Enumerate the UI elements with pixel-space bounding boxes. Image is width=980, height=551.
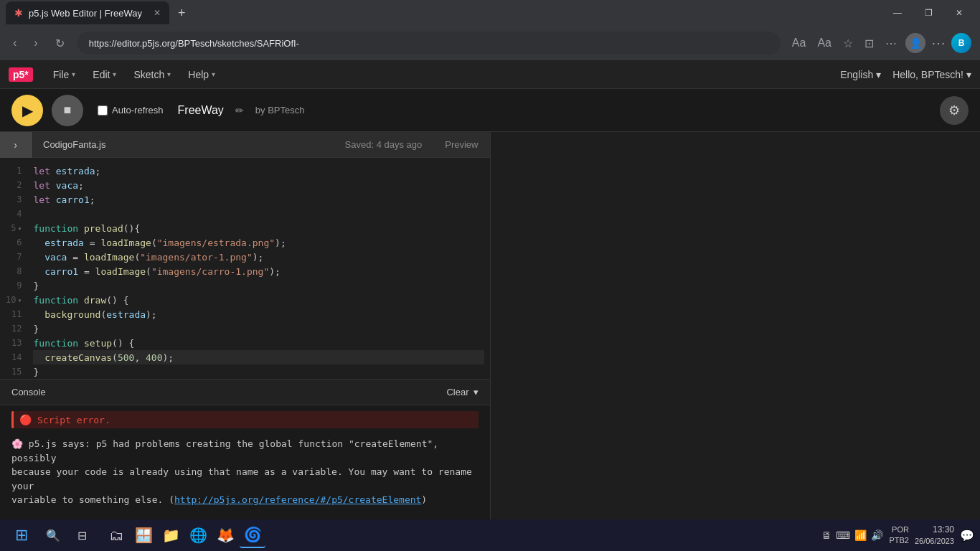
console-title: Console xyxy=(11,387,46,397)
close-button[interactable]: ✕ xyxy=(944,1,974,24)
taskbar-apps: 🗂 🪟 📁 🌐 🦊 🌀 xyxy=(103,522,265,548)
code-line-1: let estrada; xyxy=(33,164,484,178)
bing-icon[interactable]: B xyxy=(951,33,971,53)
edge1-icon: 🦊 xyxy=(217,527,235,544)
sketch-menu[interactable]: Sketch ▾ xyxy=(125,65,179,85)
language-label: English xyxy=(840,69,873,80)
file-menu[interactable]: File ▾ xyxy=(44,65,85,85)
line-num-5: 5 ▾ xyxy=(6,221,22,235)
url-box[interactable]: https://editor.p5js.org/BPTesch/sketches… xyxy=(77,32,781,55)
clear-label: Clear xyxy=(446,387,468,397)
sketch-name: FreeWay xyxy=(178,104,224,117)
taskbar-app-chrome[interactable]: 🌐 xyxy=(185,522,211,548)
minimize-button[interactable]: — xyxy=(882,1,913,24)
profile-icon[interactable]: 👤 xyxy=(905,33,925,53)
edit-menu[interactable]: Edit ▾ xyxy=(84,65,125,85)
code-line-5: function preload(){ xyxy=(33,221,484,235)
taskbar-volume-icon[interactable]: 🔊 xyxy=(871,529,883,541)
editor-app: p5* File ▾ Edit ▾ Sketch ▾ Help ▾ Englis… xyxy=(0,60,980,551)
tab-favicon: ✱ xyxy=(14,7,23,19)
clock-date: 26/06/2023 xyxy=(915,536,954,547)
windows-icon: 🪟 xyxy=(135,527,153,544)
saved-status: Saved: 4 days ago xyxy=(334,139,434,150)
line-num-8: 8 xyxy=(6,264,22,278)
auto-refresh-checkbox[interactable] xyxy=(98,105,108,116)
code-line-14: createCanvas(500, 400); xyxy=(33,350,484,364)
language-arrow: ▾ xyxy=(876,69,881,80)
browser-chrome: ✱ p5.js Web Editor | FreeWay ✕ + — ❐ ✕ ‹… xyxy=(0,0,980,60)
back-button[interactable]: ‹ xyxy=(9,34,21,52)
code-line-9: } xyxy=(33,278,484,293)
taskbar-app-explorer[interactable]: 📁 xyxy=(158,522,184,548)
error-icon: 🔴 xyxy=(19,414,32,425)
code-editor[interactable]: 1 2 3 4 5 ▾ 6 7 8 9 10 ▾ 11 12 13 14 15 xyxy=(0,158,490,379)
collections-icon[interactable]: ⊡ xyxy=(862,34,877,53)
taskbar-app-windows[interactable]: 🪟 xyxy=(131,522,156,548)
tab-title: p5.js Web Editor | FreeWay xyxy=(29,8,142,19)
greeting-arrow: ▾ xyxy=(966,69,971,80)
active-tab[interactable]: ✱ p5.js Web Editor | FreeWay ✕ xyxy=(6,1,169,24)
code-content[interactable]: let estrada; let vaca; let carro1; funct… xyxy=(27,158,489,379)
reload-button[interactable]: ↻ xyxy=(51,34,69,53)
reader-icon[interactable]: Aa xyxy=(789,34,809,52)
tab-close-button[interactable]: ✕ xyxy=(154,8,161,18)
line-num-4: 4 xyxy=(6,207,22,221)
search-icon: 🔍 xyxy=(46,529,60,542)
code-line-13: function setup() { xyxy=(33,336,484,350)
line-num-2: 2 xyxy=(6,178,22,192)
taskbar-app-files[interactable]: 🗂 xyxy=(103,522,129,548)
start-button[interactable]: ⊞ xyxy=(6,519,37,551)
taskbar-right: 🖥 ⌨ 📶 🔊 PORPTB2 13:30 26/06/2023 💬 xyxy=(821,524,974,547)
taskbar-keyboard-icon[interactable]: ⌨ xyxy=(836,529,850,541)
p5-flower-icon: 🌸 xyxy=(11,438,23,449)
taskbar-monitor-icon[interactable]: 🖥 xyxy=(821,529,831,541)
line-num-6: 6 xyxy=(6,235,22,250)
star-icon[interactable]: ☆ xyxy=(840,34,856,53)
code-line-6: estrada = loadImage("imagens/estrada.png… xyxy=(33,235,484,250)
edit-sketch-name-icon[interactable]: ✏ xyxy=(235,105,244,116)
taskbar-app-edge1[interactable]: 🦊 xyxy=(212,522,238,548)
address-icons: Aa Aa ☆ ⊡ ⋯ 👤 ⋯ B xyxy=(789,33,971,53)
settings-icon: ⚙ xyxy=(948,103,960,118)
line-numbers: 1 2 3 4 5 ▾ 6 7 8 9 10 ▾ 11 12 13 14 15 xyxy=(0,158,27,379)
stop-button[interactable]: ■ xyxy=(52,95,83,126)
notification-icon[interactable]: 💬 xyxy=(960,529,974,542)
taskbar-app-edge[interactable]: 🌀 xyxy=(240,522,265,548)
greeting-text: Hello, BPTesch! xyxy=(892,69,963,80)
task-view-button[interactable]: ⊟ xyxy=(69,522,95,548)
taskbar-network-icon[interactable]: 📶 xyxy=(854,529,867,541)
help-menu[interactable]: Help ▾ xyxy=(179,65,224,85)
user-greeting[interactable]: Hello, BPTesch! ▾ xyxy=(892,69,971,80)
time-block[interactable]: PORPTB2 xyxy=(889,524,909,547)
line-num-13: 13 xyxy=(6,336,22,350)
line-num-9: 9 xyxy=(6,278,22,293)
forward-button[interactable]: › xyxy=(29,34,42,52)
code-header: › CodigoFanta.js Saved: 4 days ago Previ… xyxy=(0,132,490,158)
line-num-10: 10 ▾ xyxy=(6,293,22,307)
preview-label: Preview xyxy=(433,139,489,150)
settings-button[interactable]: ⚙ xyxy=(940,96,969,125)
code-line-10: function draw() { xyxy=(33,293,484,307)
more-options-button[interactable]: ⋯ xyxy=(931,34,946,52)
restore-button[interactable]: ❐ xyxy=(913,1,944,24)
url-text: https://editor.p5js.org/BPTesch/sketches… xyxy=(89,38,769,49)
collapse-panel-button[interactable]: › xyxy=(0,132,32,158)
info-link[interactable]: http://p5js.org/reference/#/p5/createEle… xyxy=(174,494,421,505)
taskbar: ⊞ 🔍 ⊟ 🗂 🪟 📁 🌐 🦊 🌀 🖥 ⌨ 📶 🔊 xyxy=(0,519,980,551)
translate-icon[interactable]: Aa xyxy=(814,34,834,52)
tab-bar: ✱ p5.js Web Editor | FreeWay ✕ + — ❐ ✕ xyxy=(0,0,980,26)
menu-right: English ▾ Hello, BPTesch! ▾ xyxy=(840,69,971,80)
clock-time: 13:30 xyxy=(915,524,954,536)
editor-area: › CodigoFanta.js Saved: 4 days ago Previ… xyxy=(0,132,980,551)
line-num-11: 11 xyxy=(6,307,22,321)
clear-console-button[interactable]: Clear ▾ xyxy=(446,387,478,397)
language-indicator: PORPTB2 xyxy=(889,524,909,547)
new-tab-button[interactable]: + xyxy=(172,3,192,24)
code-line-15: } xyxy=(33,364,484,379)
line-num-15: 15 xyxy=(6,364,22,379)
play-button[interactable]: ▶ xyxy=(11,95,43,126)
language-selector[interactable]: English ▾ xyxy=(840,69,881,80)
error-text: Script error. xyxy=(37,415,110,425)
extensions-icon[interactable]: ⋯ xyxy=(882,34,900,53)
taskbar-search-button[interactable]: 🔍 xyxy=(40,522,66,548)
